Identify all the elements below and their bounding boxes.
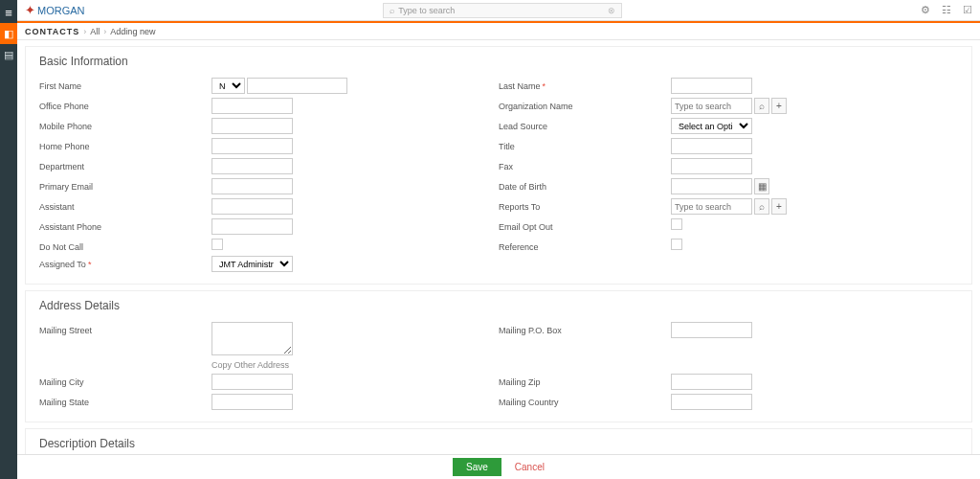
label-first-name: First Name — [39, 78, 212, 91]
section-basic-title: Basic Information — [39, 55, 958, 68]
label-dob: Date of Birth — [499, 178, 671, 192]
mailing-state-input[interactable] — [212, 394, 293, 410]
mailing-po-input[interactable] — [671, 322, 752, 338]
menu-toggle-icon[interactable]: ≡ — [0, 3, 17, 23]
org-search-icon[interactable]: ⌕ — [754, 98, 769, 114]
breadcrumb-all[interactable]: All — [90, 27, 100, 36]
breadcrumb-module[interactable]: CONTACTS — [25, 27, 79, 36]
label-mobile-phone: Mobile Phone — [39, 118, 212, 131]
assigned-to-select[interactable]: JMT Administrator — [212, 256, 293, 272]
reports-search-icon[interactable]: ⌕ — [754, 198, 769, 215]
org-add-icon[interactable]: + — [771, 98, 787, 114]
section-basic: Basic Information First Name None Last N… — [25, 46, 972, 285]
label-mailing-country: Mailing Country — [499, 394, 671, 407]
label-reference: Reference — [499, 239, 671, 252]
section-desc-title: Description Details — [39, 437, 958, 450]
label-do-not-call: Do Not Call — [39, 239, 212, 252]
label-lead-source: Lead Source — [499, 118, 671, 131]
label-office-phone: Office Phone — [39, 98, 212, 111]
mailing-country-input[interactable] — [671, 394, 752, 410]
gear-icon[interactable]: ⚙ — [921, 4, 930, 16]
label-assistant-phone: Assistant Phone — [39, 218, 212, 232]
brand-logo: ✦MORGAN — [25, 3, 85, 17]
label-email-opt-out: Email Opt Out — [499, 218, 671, 232]
primary-email-input[interactable] — [212, 178, 293, 194]
label-mailing-state: Mailing State — [39, 394, 212, 407]
assistant-phone-input[interactable] — [212, 218, 293, 235]
sidebar-item-contacts[interactable]: ◧ — [0, 23, 17, 44]
clear-search-icon[interactable]: ⊗ — [608, 6, 615, 15]
do-not-call-checkbox[interactable] — [212, 239, 223, 250]
calendar-icon[interactable]: ☷ — [942, 4, 951, 16]
department-input[interactable] — [212, 158, 293, 174]
lead-source-select[interactable]: Select an Option — [671, 118, 752, 134]
label-title: Title — [499, 138, 671, 151]
org-name-input[interactable] — [671, 98, 752, 114]
fax-input[interactable] — [671, 158, 752, 174]
dob-input[interactable] — [671, 178, 752, 194]
label-department: Department — [39, 158, 212, 171]
cancel-button[interactable]: Cancel — [515, 462, 545, 472]
breadcrumb-current: Adding new — [110, 27, 155, 36]
reference-checkbox[interactable] — [671, 239, 682, 250]
prefix-select[interactable]: None — [212, 78, 245, 94]
mailing-zip-input[interactable] — [671, 374, 752, 390]
form-footer: Save Cancel — [17, 454, 980, 479]
last-name-input[interactable] — [671, 78, 752, 94]
mailing-street-input[interactable] — [212, 322, 293, 355]
label-mailing-street: Mailing Street — [39, 322, 212, 335]
sidebar-item-reports[interactable]: ▤ — [0, 44, 17, 65]
topbar: ✦MORGAN ⌕ Type to search ⊗ ⚙ ☷ ☑ — [17, 0, 980, 21]
label-mailing-po: Mailing P.O. Box — [499, 322, 671, 335]
section-address: Address Details Mailing Street Copy Othe… — [25, 290, 972, 422]
sidebar: ≡ ◧ ▤ — [0, 0, 17, 479]
section-address-title: Address Details — [39, 299, 958, 312]
label-assistant: Assistant — [39, 198, 212, 212]
label-org-name: Organization Name — [499, 98, 671, 111]
calendar-picker-icon[interactable]: ▦ — [754, 178, 769, 194]
assistant-input[interactable] — [212, 198, 293, 215]
label-fax: Fax — [499, 158, 671, 171]
reports-add-icon[interactable]: + — [771, 198, 787, 215]
title-input[interactable] — [671, 138, 752, 154]
home-phone-input[interactable] — [212, 138, 293, 154]
label-last-name: Last Name — [499, 81, 541, 91]
label-mailing-city: Mailing City — [39, 374, 212, 387]
email-opt-out-checkbox[interactable] — [671, 218, 682, 230]
breadcrumb: CONTACTS › All › Adding new — [17, 23, 980, 40]
mailing-city-input[interactable] — [212, 374, 293, 390]
office-phone-input[interactable] — [212, 98, 293, 114]
global-search[interactable]: ⌕ Type to search ⊗ — [383, 3, 622, 18]
copy-address-link[interactable]: Copy Other Address — [212, 360, 293, 370]
reports-to-input[interactable] — [671, 198, 752, 215]
first-name-input[interactable] — [247, 78, 347, 94]
label-assigned-to: Assigned To — [39, 260, 86, 269]
label-primary-email: Primary Email — [39, 178, 212, 192]
tasks-icon[interactable]: ☑ — [963, 4, 972, 16]
save-button[interactable]: Save — [453, 458, 501, 476]
label-mailing-zip: Mailing Zip — [499, 374, 671, 387]
search-icon: ⌕ — [390, 6, 394, 15]
form-content: Basic Information First Name None Last N… — [17, 40, 980, 479]
label-home-phone: Home Phone — [39, 138, 212, 151]
label-reports-to: Reports To — [499, 198, 671, 212]
search-placeholder: Type to search — [398, 6, 455, 15]
mobile-phone-input[interactable] — [212, 118, 293, 134]
